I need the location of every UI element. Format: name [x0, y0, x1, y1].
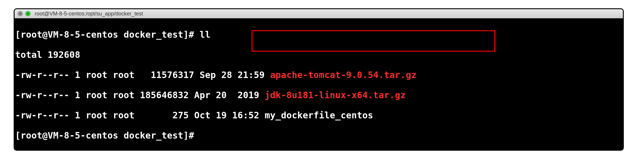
perms: -rw-r--r--	[15, 90, 70, 100]
table-row: -rw-r--r-- 1 root root 185646832 Apr 20 …	[15, 90, 622, 100]
file-name: jdk-8u181-linux-x64.tar.gz	[265, 90, 406, 100]
close-icon[interactable]: ✕	[18, 11, 23, 16]
group: root	[113, 110, 135, 120]
date: Sep 28 21:59	[200, 70, 265, 80]
close-glyph: ✕	[19, 12, 22, 16]
links: 1	[75, 90, 80, 100]
command-text: ll	[200, 29, 211, 40]
date: Apr 20 2019	[194, 90, 259, 100]
size: 11576317	[145, 70, 194, 80]
prompt-line-1: [root@VM-8-5-centos docker_test]# ll	[15, 30, 622, 40]
terminal-body[interactable]: [root@VM-8-5-centos docker_test]# ll tot…	[15, 18, 623, 151]
prompt-line-2: [root@VM-8-5-centos docker_test]#	[15, 131, 622, 141]
size: 275	[173, 110, 189, 120]
window-titlebar: ✕ ✔ root@VM-8-5-centos:/opt/su_app/docke…	[15, 9, 623, 18]
prompt-text: [root@VM-8-5-centos docker_test]#	[15, 29, 200, 40]
table-row: -rw-r--r-- 1 root root 275 Oct 19 16:52 …	[15, 110, 622, 120]
check-glyph: ✔	[26, 12, 30, 16]
links: 1	[75, 70, 80, 80]
check-icon[interactable]: ✔	[25, 11, 31, 16]
perms: -rw-r--r--	[15, 70, 70, 80]
size: 185646832	[140, 90, 189, 100]
owner: root	[86, 90, 107, 100]
links: 1	[75, 110, 80, 120]
perms: -rw-r--r--	[15, 110, 70, 120]
owner: root	[86, 70, 107, 80]
file-name: apache-tomcat-9.0.54.tar.gz	[270, 70, 416, 80]
file-name: my_dockerfile_centos	[265, 110, 373, 120]
group: root	[113, 90, 135, 100]
table-row: -rw-r--r-- 1 root root 11576317 Sep 28 2…	[15, 70, 622, 80]
group: root	[113, 70, 135, 80]
window-title: root@VM-8-5-centos:/opt/su_app/docker_te…	[35, 11, 143, 17]
date: Oct 19 16:52	[194, 110, 259, 120]
terminal-window: ✕ ✔ root@VM-8-5-centos:/opt/su_app/docke…	[14, 8, 624, 151]
owner: root	[86, 110, 107, 120]
total-line: total 192608	[15, 50, 622, 60]
